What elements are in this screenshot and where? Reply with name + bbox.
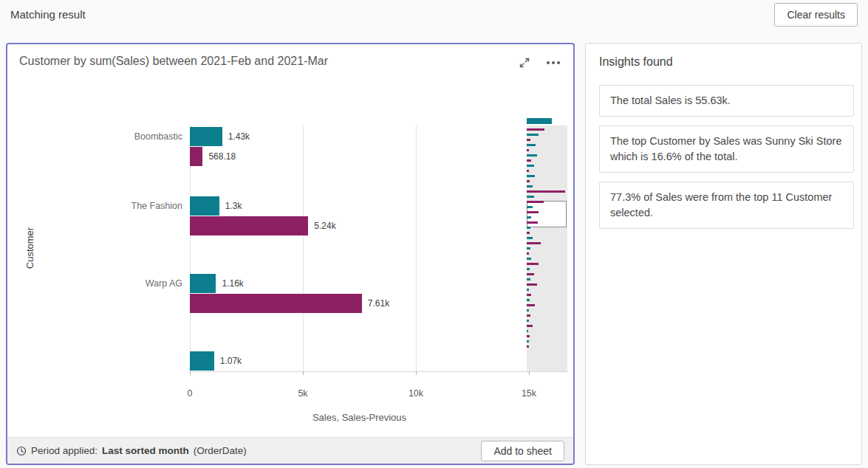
minimap[interactable] (527, 118, 567, 371)
minimap-bar (527, 263, 539, 265)
period-applied-field: (OrderDate) (194, 445, 247, 456)
minimap-bar (527, 170, 529, 172)
bar-sales[interactable] (190, 127, 222, 146)
minimap-bar (527, 128, 544, 131)
x-axis-line (190, 371, 568, 372)
insight-card: 77.3% of Sales were from the top 11 Cust… (599, 182, 854, 229)
value-label: 1.3k (225, 196, 242, 216)
minimap-bar (527, 345, 529, 348)
value-label: 1.16k (222, 274, 243, 293)
minimap-bar (527, 304, 535, 306)
x-tickmark (190, 371, 191, 375)
page-title: Matching result (10, 8, 86, 21)
minimap-bar (527, 149, 529, 151)
minimap-bar (527, 252, 529, 255)
plot-area: 1.43k568.181.3k5.24k1.16k7.61k1.07k (190, 125, 568, 371)
value-label: 5.24k (314, 216, 335, 235)
minimap-bar (527, 309, 529, 312)
minimap-bar (527, 340, 529, 343)
minimap-bar (527, 258, 531, 260)
x-axis-title: Sales, Sales-Previous (190, 412, 529, 423)
minimap-bar (527, 180, 530, 182)
minimap-bar (527, 314, 530, 317)
bar-sales[interactable] (190, 196, 219, 216)
minimap-bar (527, 190, 565, 193)
category-label[interactable]: Warp AG (7, 274, 182, 293)
bar-sales-previous[interactable] (190, 216, 308, 235)
minimap-bar (527, 283, 537, 286)
minimap-bar (527, 159, 531, 162)
clear-results-button[interactable]: Clear results (774, 3, 858, 27)
value-label: 1.43k (228, 127, 250, 146)
minimap-bar (527, 165, 534, 167)
minimap-bar (527, 320, 529, 322)
minimap-bar (527, 144, 536, 146)
minimap-bar (527, 335, 530, 337)
y-axis-title: Customer (24, 227, 35, 269)
clock-icon (16, 446, 27, 456)
value-label: 1.07k (220, 351, 242, 371)
insight-card: The top Customer by Sales was Sunny Ski … (599, 125, 854, 173)
minimap-bar (527, 118, 552, 124)
bar-chart: Customer 1.43k568.181.3k5.24k1.16k7.61k1… (7, 44, 573, 464)
minimap-bar (527, 278, 530, 281)
insight-list: The total Sales is 55.63k.The top Custom… (599, 85, 854, 229)
minimap-bar (527, 273, 534, 275)
minimap-bar (527, 134, 539, 136)
minimap-bar (527, 330, 528, 332)
add-to-sheet-button[interactable]: Add to sheet (481, 441, 564, 461)
minimap-bar (527, 221, 538, 224)
minimap-bar (527, 139, 530, 141)
bar-sales-previous[interactable] (190, 147, 202, 166)
chart-card: Customer by sum(Sales) between 2021-Feb … (6, 43, 575, 465)
gridline (303, 125, 304, 371)
bar-sales[interactable] (190, 274, 216, 293)
bar-sales-previous[interactable] (190, 294, 362, 313)
minimap-bar (527, 227, 530, 229)
gridline (416, 125, 417, 371)
value-label: 7.61k (368, 294, 389, 313)
category-label[interactable]: Boombastic (7, 127, 182, 146)
minimap-bar (527, 211, 539, 213)
insights-panel: Insights found The total Sales is 55.63k… (585, 43, 862, 465)
minimap-bar (527, 294, 531, 296)
value-label: 568.18 (208, 147, 236, 166)
period-applied-label: Period applied: (31, 445, 98, 456)
x-tickmark (529, 371, 530, 375)
x-tick-label: 5k (284, 388, 321, 399)
minimap-bar (527, 216, 531, 218)
minimap-bar (527, 206, 533, 208)
minimap-bar (527, 232, 530, 234)
minimap-background (527, 125, 567, 371)
x-tick-label: 0 (171, 388, 208, 399)
insights-title: Insights found (599, 55, 854, 69)
chart-card-footer: Period applied: Last sorted month (Order… (7, 437, 573, 464)
minimap-bar (527, 289, 529, 291)
bar-sales[interactable] (190, 351, 214, 371)
x-tickmark (303, 371, 304, 375)
x-tick-label: 15k (510, 388, 547, 399)
minimap-bar (527, 237, 533, 239)
minimap-bar (527, 299, 530, 301)
minimap-bar (527, 242, 541, 244)
minimap-bar (527, 175, 535, 177)
period-applied-value: Last sorted month (102, 445, 189, 456)
minimap-bar (527, 196, 534, 198)
minimap-bar (527, 325, 533, 327)
minimap-bar (527, 201, 544, 203)
minimap-bar (527, 247, 530, 250)
minimap-bar (527, 185, 533, 187)
x-tick-label: 10k (397, 388, 434, 399)
insight-card: The total Sales is 55.63k. (599, 85, 854, 117)
minimap-bar (527, 268, 530, 270)
x-tickmark (416, 371, 417, 375)
category-label[interactable]: The Fashion (7, 196, 182, 216)
minimap-bar (527, 154, 537, 156)
